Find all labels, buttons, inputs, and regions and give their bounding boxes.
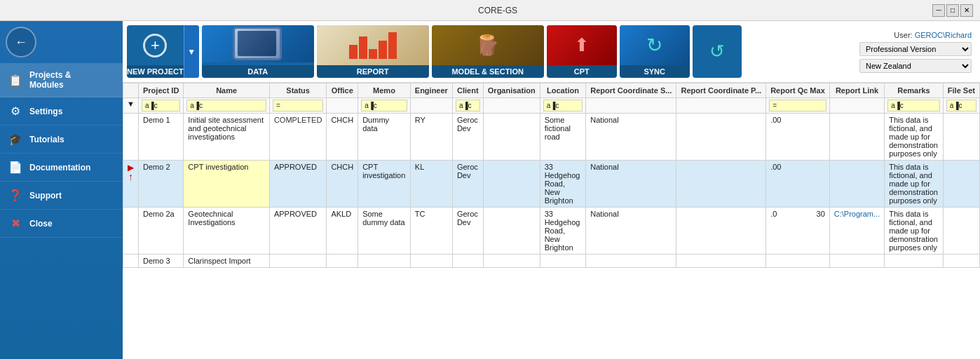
coordp-demo1 xyxy=(676,114,766,161)
extra-button[interactable]: ↺ xyxy=(693,25,742,78)
location-demo2a: 33 Hedgehog Road, New Brighton xyxy=(540,208,586,255)
name-demo1[interactable]: Initial site assessment and geotechnical… xyxy=(184,114,270,161)
projects-modules-icon: 📋 xyxy=(8,74,22,87)
sync-image: ↻ xyxy=(620,25,690,65)
project-id-demo2[interactable]: Demo 2 xyxy=(139,161,184,208)
project-id-demo3[interactable]: Demo 3 xyxy=(139,255,184,268)
location-demo3 xyxy=(540,255,586,268)
name-demo2a[interactable]: Geotechnical Investigations xyxy=(184,208,270,255)
sidebar-item-documentation[interactable]: 📄 Documentation xyxy=(0,154,123,182)
col-organisation[interactable]: Organisation xyxy=(483,83,540,98)
client-demo3 xyxy=(452,255,483,268)
arrow-cell-demo3 xyxy=(123,255,139,268)
sync-button[interactable]: ↻ SYNC xyxy=(620,25,690,78)
toolbar: + NEW PROJECT ▼ xyxy=(123,21,980,83)
filter-project-id[interactable]: a▐c xyxy=(139,98,184,114)
status-demo2: APPROVED xyxy=(269,161,326,208)
fileset-demo2a xyxy=(943,208,979,255)
reportlink-demo3 xyxy=(829,255,884,268)
sidebar-item-projects-modules[interactable]: 📋 Projects &Modules xyxy=(0,63,123,97)
qcmax-demo2a: .0 30 xyxy=(766,208,830,255)
data-button[interactable]: DATA xyxy=(202,25,314,78)
model-section-label: MODEL & SECTION xyxy=(432,65,544,78)
table-row: Demo 2a Geotechnical Investigations APPR… xyxy=(123,208,980,255)
col-location[interactable]: Location xyxy=(540,83,586,98)
new-project-wrapper: + NEW PROJECT ▼ xyxy=(127,25,199,78)
arrow-cell-demo2a xyxy=(123,208,139,255)
filter-icon-cell: ▼ xyxy=(123,98,139,114)
filter-report-link[interactable] xyxy=(829,98,884,114)
qcmax-demo2: .00 xyxy=(766,161,830,208)
filter-coord-s[interactable] xyxy=(586,98,676,114)
org-demo2 xyxy=(483,161,540,208)
filter-memo[interactable]: a▐c xyxy=(358,98,411,114)
filter-name[interactable]: a▐c xyxy=(184,98,270,114)
plus-icon: + xyxy=(143,34,167,57)
sidebar-label-tutorials: Tutorials xyxy=(29,135,64,144)
client-demo2: Geroc Dev xyxy=(452,161,483,208)
projects-table: Project ID Name Status Office Memo Engin… xyxy=(123,83,980,268)
col-remarks[interactable]: Remarks xyxy=(885,83,944,98)
data-label: DATA xyxy=(202,65,314,78)
tutorials-icon: 🎓 xyxy=(8,133,22,146)
col-name[interactable]: Name xyxy=(184,83,270,98)
col-project-id[interactable]: Project ID xyxy=(139,83,184,98)
minimize-button[interactable]: ─ xyxy=(932,4,945,17)
sidebar-label-projects-modules: Projects &Modules xyxy=(29,70,71,90)
cpt-button[interactable]: ⬆ CPT xyxy=(547,25,617,78)
col-coord-p[interactable]: Report Coordinate P... xyxy=(676,83,766,98)
col-client[interactable]: Client xyxy=(452,83,483,98)
project-id-demo2a[interactable]: Demo 2a xyxy=(139,208,184,255)
remarks-demo3 xyxy=(885,255,944,268)
coords-demo2a: National xyxy=(586,208,676,255)
filter-office[interactable] xyxy=(327,98,358,114)
name-demo2[interactable]: CPT investigation xyxy=(184,161,270,208)
col-file-set[interactable]: File Set xyxy=(943,83,979,98)
new-project-dropdown-button[interactable]: ▼ xyxy=(184,25,199,78)
sync-label: SYNC xyxy=(620,65,690,78)
user-name-link[interactable]: GEROC\Richard xyxy=(915,31,972,39)
filter-remarks[interactable]: a▐c xyxy=(885,98,944,114)
version-select[interactable]: Professional Version Standard Version xyxy=(859,42,972,56)
reportlink-demo2a[interactable]: C:\Program... xyxy=(829,208,884,255)
region-select[interactable]: New Zealand Australia xyxy=(859,59,972,73)
report-button[interactable]: REPORT xyxy=(317,25,429,78)
sidebar-item-close[interactable]: ✖ Close xyxy=(0,210,123,238)
project-id-demo1[interactable]: Demo 1 xyxy=(139,114,184,161)
filter-status[interactable]: = xyxy=(269,98,326,114)
col-memo[interactable]: Memo xyxy=(358,83,411,98)
sidebar-item-settings[interactable]: ⚙ Settings xyxy=(0,97,123,126)
col-qc-max[interactable]: Report Qc Max xyxy=(766,83,830,98)
filter-coord-p[interactable] xyxy=(676,98,766,114)
report-link-demo2a[interactable]: C:\Program... xyxy=(834,210,880,218)
col-report-link[interactable]: Report Link xyxy=(829,83,884,98)
main-layout: ← 📋 Projects &Modules ⚙ Settings 🎓 Tutor… xyxy=(0,21,980,359)
filter-file-set[interactable]: a▐c xyxy=(943,98,979,114)
content-area: + NEW PROJECT ▼ xyxy=(123,21,980,359)
maximize-button[interactable]: □ xyxy=(946,4,959,17)
filter-location[interactable]: a▐c xyxy=(540,98,586,114)
filter-qc-max[interactable]: = xyxy=(766,98,830,114)
close-button[interactable]: ✕ xyxy=(960,4,973,17)
sidebar-item-tutorials[interactable]: 🎓 Tutorials xyxy=(0,126,123,154)
name-demo3[interactable]: Clarinspect Import xyxy=(184,255,270,268)
coordp-demo2 xyxy=(676,161,766,208)
back-button[interactable]: ← xyxy=(6,27,36,57)
filter-organisation[interactable] xyxy=(483,98,540,114)
title-bar: CORE-GS ─ □ ✕ xyxy=(0,0,980,21)
model-section-button[interactable]: 🪵 MODEL & SECTION xyxy=(432,25,544,78)
table-row: Demo 3 Clarinspect Import xyxy=(123,255,980,268)
filter-client[interactable]: a▐c xyxy=(452,98,483,114)
user-info: User: GEROC\Richard xyxy=(894,31,972,39)
report-label: REPORT xyxy=(317,65,429,78)
client-demo2a: Geroc Dev xyxy=(452,208,483,255)
filter-engineer[interactable] xyxy=(410,98,452,114)
col-engineer[interactable]: Engineer xyxy=(410,83,452,98)
new-project-button[interactable]: + NEW PROJECT xyxy=(127,25,184,78)
col-coord-s[interactable]: Report Coordinate S... xyxy=(586,83,676,98)
col-office[interactable]: Office xyxy=(327,83,358,98)
filter-icon: ▼ xyxy=(127,100,135,108)
status-demo1: COMPLETED xyxy=(269,114,326,161)
sidebar-item-support[interactable]: ❓ Support xyxy=(0,182,123,210)
col-status[interactable]: Status xyxy=(269,83,326,98)
